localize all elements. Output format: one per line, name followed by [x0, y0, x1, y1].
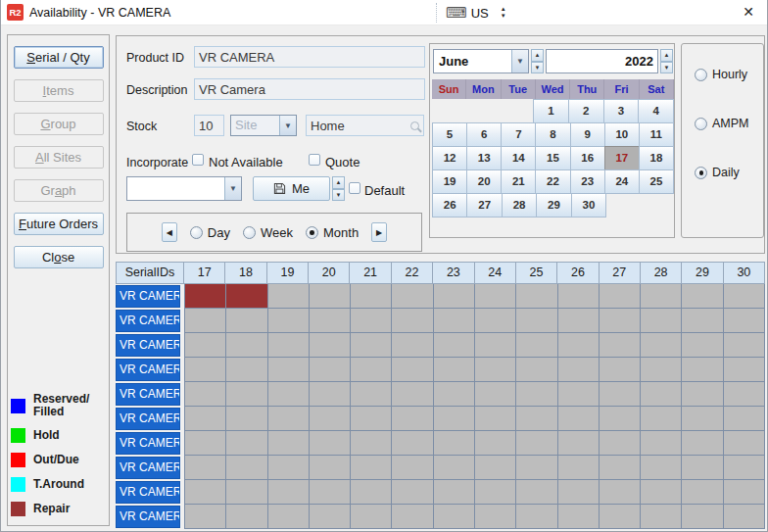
grid-cell-r8-d22[interactable] — [392, 456, 433, 480]
grid-cell-r4-d20[interactable] — [310, 358, 351, 382]
grid-cell-r3-d27[interactable] — [600, 333, 641, 358]
language-indicator[interactable]: ⌨ US ▲ ▼ — [436, 3, 506, 23]
calendar-day-25[interactable]: 25 — [639, 169, 674, 194]
serial-row-label-2[interactable]: VR CAMER... — [116, 310, 180, 332]
grid-cell-r9-d27[interactable] — [600, 480, 641, 505]
grid-cell-r1-d26[interactable] — [558, 284, 600, 309]
grid-cell-r5-d18[interactable] — [226, 382, 267, 407]
grid-cell-r2-d21[interactable] — [351, 309, 392, 333]
grid-cell-r7-d22[interactable] — [392, 431, 433, 456]
site-search-field[interactable]: Home — [306, 115, 424, 136]
grid-cell-r2-d17[interactable] — [185, 309, 226, 333]
grid-cell-r3-d30[interactable] — [724, 333, 765, 358]
grid-cell-r4-d22[interactable] — [392, 358, 433, 382]
grid-cell-r9-d20[interactable] — [310, 480, 351, 505]
grid-cell-r4-d30[interactable] — [724, 358, 765, 382]
grid-cell-r1-d29[interactable] — [682, 284, 723, 309]
calendar-day-10[interactable]: 10 — [604, 122, 640, 147]
grid-cell-r2-d23[interactable] — [434, 309, 475, 333]
preset-spinner[interactable]: ▲ ▼ — [332, 176, 345, 201]
calendar-day-28[interactable]: 28 — [502, 193, 537, 218]
calendar-day-22[interactable]: 22 — [535, 169, 570, 194]
calendar-day-5[interactable]: 5 — [432, 122, 467, 147]
grid-cell-r4-d28[interactable] — [641, 358, 682, 382]
grid-cell-r4-d18[interactable] — [226, 358, 267, 382]
grid-cell-r2-d27[interactable] — [600, 309, 641, 333]
serial-row-label-4[interactable]: VR CAMER... — [116, 359, 180, 381]
grid-cell-r3-d22[interactable] — [392, 333, 433, 358]
grid-cell-r8-d23[interactable] — [434, 456, 475, 480]
grid-cell-r7-d17[interactable] — [185, 431, 226, 456]
grid-cell-r5-d30[interactable] — [724, 382, 765, 407]
not-available-checkbox[interactable] — [192, 154, 204, 166]
grid-cell-r1-d27[interactable] — [600, 284, 641, 309]
grid-cell-r10-d30[interactable] — [724, 505, 765, 529]
grid-cell-r9-d17[interactable] — [185, 480, 226, 505]
grid-cell-r6-d29[interactable] — [682, 407, 723, 431]
grid-cell-r6-d24[interactable] — [475, 407, 516, 431]
month-combobox[interactable]: June ▼ — [433, 49, 529, 73]
product-id-field[interactable]: VR CAMERA — [194, 46, 425, 68]
close-window-button[interactable]: ✕ — [743, 4, 754, 20]
grid-cell-r5-d19[interactable] — [268, 382, 310, 407]
grid-cell-r6-d23[interactable] — [434, 407, 475, 431]
view-preset-combobox[interactable]: ▼ — [126, 176, 242, 201]
grid-cell-r9-d18[interactable] — [226, 480, 267, 505]
serial-row-label-9[interactable]: VR CAMER... — [116, 481, 180, 504]
sidebar-button-graph[interactable]: Graph — [14, 179, 104, 202]
grid-cell-r10-d24[interactable] — [475, 505, 516, 529]
description-field[interactable]: VR Camera — [194, 78, 425, 100]
sidebar-button-group[interactable]: Group — [14, 113, 104, 135]
grid-cell-r3-d18[interactable] — [226, 333, 267, 358]
calendar-day-30[interactable]: 30 — [571, 193, 606, 218]
grid-cell-r7-d20[interactable] — [310, 431, 351, 456]
granularity-option-daily[interactable]: Daily — [695, 166, 763, 179]
grid-cell-r5-d26[interactable] — [558, 382, 600, 407]
grid-cell-r3-d24[interactable] — [475, 333, 516, 358]
grid-cell-r5-d24[interactable] — [475, 382, 516, 407]
grid-cell-r1-d25[interactable] — [516, 284, 557, 309]
grid-cell-r8-d26[interactable] — [558, 456, 600, 480]
grid-cell-r9-d19[interactable] — [268, 480, 310, 505]
grid-cell-r3-d28[interactable] — [641, 333, 682, 358]
calendar-day-17[interactable]: 17 — [604, 146, 640, 170]
grid-cell-r7-d25[interactable] — [516, 431, 557, 456]
grid-cell-r4-d21[interactable] — [351, 358, 392, 382]
grid-cell-r6-d25[interactable] — [516, 407, 557, 431]
grid-cell-r5-d27[interactable] — [600, 382, 641, 407]
grid-cell-r1-d22[interactable] — [392, 284, 433, 309]
calendar-day-4[interactable]: 4 — [638, 99, 674, 123]
grid-cell-r4-d17[interactable] — [185, 358, 226, 382]
calendar-day-2[interactable]: 2 — [568, 99, 604, 123]
grid-cell-r1-d21[interactable] — [351, 284, 392, 309]
grid-cell-r8-d24[interactable] — [475, 456, 516, 480]
grid-cell-r1-d28[interactable] — [641, 284, 682, 309]
calendar-day-24[interactable]: 24 — [604, 169, 640, 194]
grid-cell-r8-d25[interactable] — [516, 456, 557, 480]
grid-cell-r4-d27[interactable] — [600, 358, 641, 382]
grid-cell-r3-d29[interactable] — [682, 333, 723, 358]
grid-cell-r3-d17[interactable] — [185, 333, 226, 358]
grid-cell-r2-d28[interactable] — [641, 309, 682, 333]
site-combobox[interactable]: Site ▼ — [230, 115, 297, 136]
grid-cell-r6-d22[interactable] — [392, 407, 433, 431]
grid-cell-r1-d17[interactable] — [185, 284, 226, 309]
grid-cell-r5-d23[interactable] — [434, 382, 475, 407]
grid-cell-r1-d23[interactable] — [434, 284, 475, 309]
grid-cell-r2-d26[interactable] — [558, 309, 600, 333]
serial-row-label-5[interactable]: VR CAMER... — [116, 383, 180, 406]
grid-cell-r7-d19[interactable] — [268, 431, 310, 456]
year-spinner[interactable]: ▲ ▼ — [660, 49, 673, 73]
period-option-month[interactable]: Month — [306, 225, 359, 240]
sidebar-button-all-sites[interactable]: All Sites — [14, 146, 104, 169]
grid-cell-r10-d19[interactable] — [268, 505, 310, 529]
grid-cell-r9-d28[interactable] — [641, 480, 682, 505]
calendar-day-7[interactable]: 7 — [501, 122, 536, 147]
grid-cell-r10-d23[interactable] — [434, 505, 475, 529]
grid-cell-r2-d20[interactable] — [310, 309, 351, 333]
grid-cell-r4-d26[interactable] — [558, 358, 600, 382]
grid-cell-r10-d26[interactable] — [558, 505, 600, 529]
grid-cell-r10-d18[interactable] — [226, 505, 267, 529]
grid-cell-r6-d26[interactable] — [558, 407, 600, 431]
grid-cell-r5-d22[interactable] — [392, 382, 433, 407]
